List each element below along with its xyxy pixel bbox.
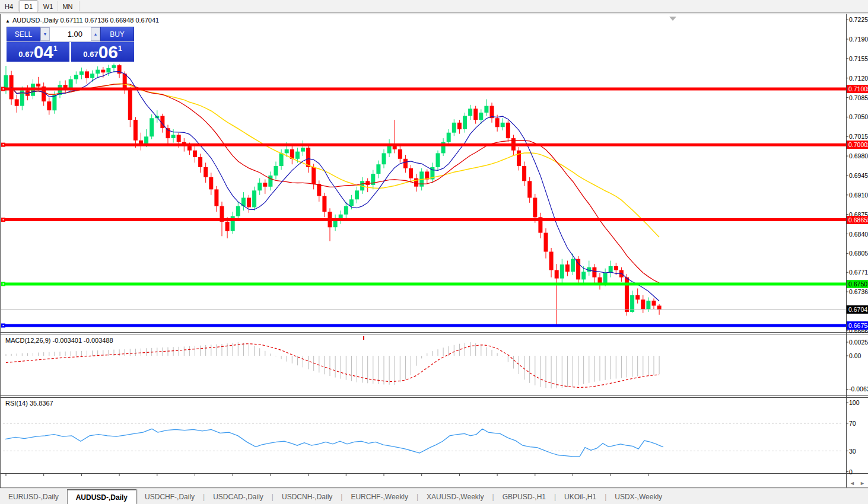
- chart-tab-eurchf-weekly[interactable]: EURCHF-,Weekly: [342, 489, 416, 504]
- candle: [252, 190, 256, 207]
- rsi-axis-label: 100: [849, 399, 860, 406]
- candle: [52, 95, 56, 110]
- candle: [257, 183, 262, 190]
- chart-tab-xauusd-weekly[interactable]: XAUUSD-,Weekly: [418, 489, 492, 504]
- price-axis-label: 0.70500: [849, 113, 868, 120]
- sell-button[interactable]: SELL: [7, 27, 40, 42]
- rsi-axis-label: 0: [849, 468, 853, 476]
- rsi-axis-label: 30: [849, 448, 856, 455]
- candle: [447, 133, 451, 142]
- volume-increase-icon[interactable]: ▲: [91, 27, 100, 41]
- volume-input[interactable]: 1.00: [50, 27, 91, 41]
- buy-price-big: 06: [98, 43, 118, 61]
- rsi-line: [5, 429, 663, 457]
- hline-handle-dot: [3, 283, 4, 285]
- candle: [414, 178, 418, 187]
- scroll-right-icon[interactable]: ►: [860, 480, 865, 486]
- candle: [144, 136, 148, 143]
- chart-tab-usdcad-daily[interactable]: USDCAD-,Daily: [205, 489, 272, 504]
- candle: [128, 90, 132, 120]
- price-axis-label: 0.72250: [849, 16, 868, 23]
- toolbar-separator: [18, 1, 19, 11]
- candle: [484, 106, 488, 113]
- chart-tab-usdx-weekly[interactable]: USDX-,Weekly: [606, 489, 670, 504]
- candle: [646, 301, 650, 309]
- candle: [436, 153, 440, 167]
- timeframe-button-D1[interactable]: D1: [20, 0, 37, 12]
- candle: [473, 109, 478, 120]
- chart-shift-marker-icon[interactable]: [669, 17, 676, 21]
- price-tag-0.66754: 0.66754: [847, 321, 868, 330]
- moving-average-34: [11, 84, 659, 237]
- price-axis-label: 0.68400: [849, 231, 868, 238]
- macd-axis-label: -0.006326: [849, 385, 868, 393]
- toolbar-separator: [58, 1, 58, 11]
- candle: [549, 252, 554, 270]
- chart-tab-gbpusd-h1[interactable]: GBPUSD-,H1: [494, 489, 554, 504]
- collapse-panel-icon[interactable]: ▲: [5, 18, 10, 24]
- candle: [533, 198, 537, 218]
- candle: [133, 120, 138, 141]
- candle: [349, 199, 354, 206]
- candle: [301, 148, 305, 152]
- candle: [263, 183, 267, 187]
- candle: [193, 151, 197, 157]
- candle: [177, 135, 181, 142]
- timeframe-button-MN[interactable]: MN: [59, 0, 77, 12]
- candle: [457, 123, 462, 129]
- candle: [279, 153, 284, 166]
- candle: [506, 123, 510, 138]
- candle: [603, 273, 608, 283]
- candle: [479, 113, 483, 120]
- candle: [80, 71, 84, 75]
- candle: [69, 79, 73, 88]
- chart-plot-area[interactable]: [1, 14, 868, 488]
- chart-tab-eurusd-daily[interactable]: EURUSD-,Daily: [0, 489, 67, 504]
- scroll-left-icon[interactable]: ◄: [850, 480, 855, 486]
- candle: [517, 151, 521, 166]
- candle: [592, 267, 596, 277]
- price-axis-label: 0.71550: [849, 55, 868, 62]
- candle: [209, 177, 213, 190]
- candle: [47, 101, 51, 110]
- chart-tab-usdcnh-daily[interactable]: USDCNH-,Daily: [274, 489, 341, 504]
- toolbar-separator: [38, 1, 39, 11]
- volume-decrease-icon[interactable]: ▼: [40, 27, 50, 41]
- chart-tab-usdchf-daily[interactable]: USDCHF-,Daily: [136, 489, 203, 504]
- buy-price-box[interactable]: 0.67 06 1: [71, 42, 134, 62]
- candle: [150, 118, 154, 136]
- timeframe-button-H4[interactable]: H4: [0, 0, 18, 12]
- chart-tab-audusd-daily[interactable]: AUDUSD-,Daily: [67, 489, 136, 504]
- buy-button[interactable]: BUY: [100, 27, 134, 42]
- chart-title-text: AUDUSD-,Daily 0.67111 0.67136 0.66948 0.…: [12, 17, 159, 24]
- candle: [214, 189, 218, 206]
- candle: [468, 109, 472, 116]
- candle: [555, 270, 559, 279]
- candle: [36, 84, 40, 87]
- candle: [657, 306, 662, 310]
- one-click-trading-panel: SELL ▼ 1.00 ▲ BUY 0.67 04 1 0.67 06 1: [7, 27, 134, 62]
- chart-window: ▲AUDUSD-,Daily 0.67111 0.67136 0.66948 0…: [0, 14, 868, 488]
- candle: [598, 277, 602, 283]
- moving-average-21: [11, 84, 659, 283]
- candle: [106, 68, 110, 73]
- candles: [4, 63, 662, 325]
- price-axis-label: 0.67710: [849, 269, 868, 276]
- hline-handle-dot: [3, 219, 4, 221]
- candle: [522, 166, 526, 181]
- macd-indicator-label: MACD(12,26,9) -0.003401 -0.003488: [5, 337, 113, 344]
- candle: [225, 222, 230, 231]
- sell-price-box[interactable]: 0.67 04 1: [7, 42, 69, 62]
- candle: [641, 299, 645, 309]
- price-tag-0.68655: 0.68655: [847, 216, 868, 224]
- candle: [355, 190, 359, 199]
- candle: [495, 118, 500, 127]
- candle: [614, 266, 618, 270]
- macd-signal-line: [6, 344, 659, 388]
- chart-tab-ukoil-h1[interactable]: UKOil-,H1: [556, 489, 605, 504]
- timeframe-button-W1[interactable]: W1: [39, 0, 57, 12]
- price-tag-0.71005: 0.71005: [847, 85, 868, 93]
- candle: [409, 168, 413, 178]
- candle: [236, 206, 240, 216]
- candle: [198, 157, 202, 167]
